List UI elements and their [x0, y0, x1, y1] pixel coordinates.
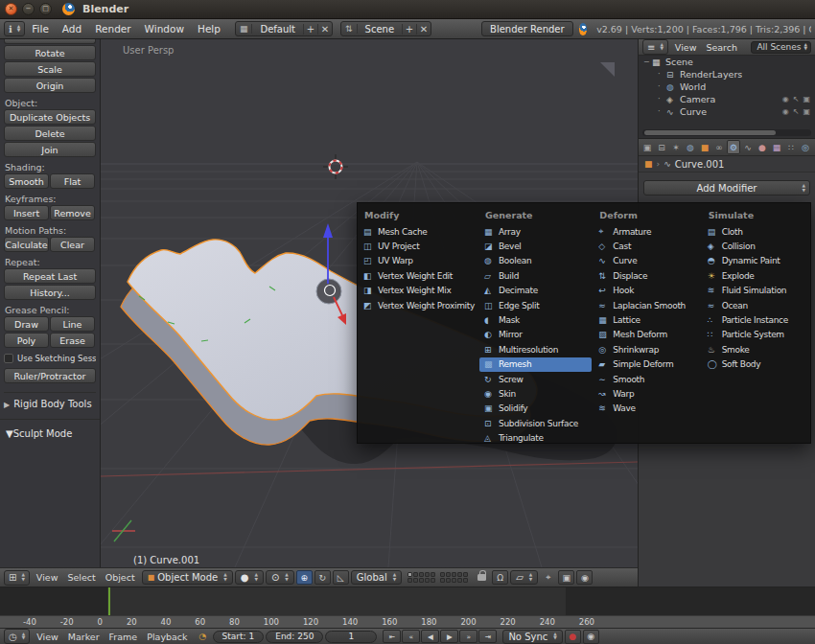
layer-toggle[interactable] — [425, 572, 430, 577]
delete-scene-button[interactable]: ✕ — [416, 24, 431, 34]
timeline-menu[interactable]: Marker — [63, 632, 105, 642]
modifier-option[interactable]: ☀ Explode — [703, 268, 809, 283]
transform-orientation-selector[interactable]: Global — [351, 570, 402, 585]
disclosure-icon[interactable]: · — [658, 107, 666, 116]
outliner-row[interactable]: · ◍ World ◉ ↖ ▣ — [639, 80, 815, 93]
disclosure-icon[interactable]: · — [658, 95, 666, 104]
modifier-option[interactable]: ▦ Lattice — [594, 312, 700, 327]
modifier-option[interactable]: ◨ Vertex Weight Mix — [359, 284, 477, 298]
view3d-menu[interactable]: Object — [101, 572, 140, 583]
browse-scene-icon[interactable]: ⇅ — [341, 24, 358, 34]
renderable-icon[interactable]: ▣ — [803, 95, 810, 104]
modifier-option[interactable]: ≈ Laplacian Smooth — [594, 298, 700, 312]
pivot-selector[interactable]: ⊙ — [266, 570, 294, 585]
modifier-option[interactable]: ▤ Mesh Cache — [359, 224, 477, 239]
tool-button[interactable]: Scale — [4, 61, 96, 77]
timeline-menu[interactable]: Playback — [142, 632, 192, 642]
frame-end-field[interactable]: End: 250 — [266, 631, 323, 643]
selectable-arrow-icon[interactable]: ↖ — [793, 95, 800, 104]
properties-tab[interactable]: ∿ — [741, 140, 755, 154]
tool-button[interactable]: Poly — [4, 333, 49, 348]
modifier-option[interactable]: ∷ Particle System — [703, 328, 809, 342]
modifier-option[interactable]: ∿ Curve — [594, 254, 700, 268]
outliner-row[interactable]: · ∿ Curve ◉ ↖ ▣ — [639, 105, 815, 118]
tool-button[interactable]: Join — [4, 142, 96, 157]
modifier-option[interactable]: ◩ Vertex Weight Proximity — [359, 298, 477, 312]
scene-name[interactable]: Scene — [358, 24, 403, 34]
snap-target-button[interactable]: ⌖ — [540, 570, 556, 585]
window-close-button[interactable]: ✕ — [5, 3, 17, 15]
modifier-option[interactable]: ⇅ Displace — [594, 268, 700, 283]
menubar-menu[interactable]: File — [25, 23, 56, 34]
layer-toggle[interactable] — [446, 578, 451, 583]
tool-button[interactable]: History... — [4, 285, 96, 300]
visibility-eye-icon[interactable]: ◉ — [782, 95, 789, 104]
modifier-option[interactable]: ◭ Decimate — [479, 284, 592, 298]
disclosure-icon[interactable]: − — [643, 58, 652, 66]
add-modifier-button[interactable]: Add Modifier — [643, 180, 810, 196]
playback-button[interactable]: ◀ — [421, 630, 439, 643]
sketching-sessions-checkbox[interactable] — [4, 354, 13, 363]
modifier-option[interactable]: ▰ Simple Deform — [594, 357, 700, 372]
timeline-menu[interactable]: View — [32, 632, 63, 642]
outliner-row[interactable]: · ◈ Camera ◉ ↖ ▣ — [639, 93, 815, 105]
tool-button[interactable]: Repeat Last — [4, 268, 96, 284]
modifier-option[interactable]: ◪ Bevel — [479, 239, 592, 253]
properties-tab[interactable]: ▦ — [770, 140, 783, 154]
layer-toggle[interactable] — [457, 578, 462, 583]
tool-button[interactable]: Origin — [4, 78, 96, 93]
outliner-menu[interactable]: Search — [701, 42, 742, 53]
datablock-name[interactable]: World — [680, 81, 706, 92]
tool-button[interactable]: Clear — [50, 237, 95, 252]
layer-toggle[interactable] — [457, 572, 462, 577]
modifier-option[interactable]: ◉ Skin — [479, 386, 592, 401]
visibility-eye-icon[interactable]: ◉ — [782, 107, 789, 116]
modifier-option[interactable]: ▣ Solidify — [479, 402, 592, 416]
tool-button[interactable]: Flat — [50, 173, 95, 189]
sketching-sessions-option[interactable]: Use Sketching Sessi — [4, 354, 96, 363]
menubar-menu[interactable]: Add — [56, 23, 88, 34]
modifier-option[interactable]: ⊞ Multiresolution — [479, 342, 592, 356]
record-button[interactable]: ● — [565, 630, 581, 644]
viewport-shading-selector[interactable]: ● — [235, 570, 264, 585]
modifier-option[interactable]: ◰ UV Warp — [359, 254, 477, 268]
modifier-option[interactable]: ◯ Soft Body — [703, 357, 809, 372]
modifier-option[interactable]: ▩ Remesh — [479, 357, 592, 372]
tool-button[interactable]: Rotate — [4, 45, 96, 60]
datablock-name[interactable]: RenderLayers — [680, 69, 742, 80]
menubar-menu[interactable]: Window — [138, 23, 191, 34]
rigid-body-tools-panel[interactable]: ▶Rigid Body Tools — [4, 392, 96, 409]
modifier-option[interactable]: ▦ Array — [479, 224, 592, 239]
layer-toggle[interactable] — [431, 572, 435, 577]
render-engine-selector[interactable]: Blender Render — [481, 21, 573, 36]
datablock-name[interactable]: Curve — [680, 106, 707, 117]
modifier-option[interactable]: ≋ Fluid Simulation — [703, 284, 809, 298]
modifier-option[interactable]: ◈ Collision — [703, 239, 809, 253]
layer-toggle[interactable] — [425, 578, 430, 583]
playback-button[interactable]: ⇥ — [478, 630, 497, 643]
lock-icon[interactable] — [477, 574, 486, 581]
sync-mode-selector[interactable]: No Sync — [502, 630, 562, 644]
modifier-option[interactable]: ♨ Smoke — [703, 342, 809, 356]
view3d-editor-selector[interactable]: ⊞ — [4, 570, 30, 586]
modifier-option[interactable]: ◧ Vertex Weight Edit — [359, 268, 477, 283]
tool-button[interactable]: Smooth — [4, 173, 49, 189]
add-scene-button[interactable]: + — [402, 24, 416, 34]
opengl-render-button[interactable]: ▣ — [558, 570, 574, 585]
tool-button[interactable]: Delete — [4, 126, 96, 141]
modifier-option[interactable]: ◍ Boolean — [479, 254, 592, 268]
manipulator-scale-toggle[interactable]: ◺ — [333, 570, 349, 585]
layer-toggle[interactable] — [463, 578, 468, 583]
modifier-option[interactable]: ▨ Mesh Deform — [594, 328, 700, 342]
modifier-option[interactable]: ↩ Hook — [594, 284, 700, 298]
restriction-toggles[interactable]: ◉ ↖ ▣ — [782, 107, 810, 116]
restriction-toggles[interactable]: ◉ ↖ ▣ — [782, 95, 810, 104]
delete-layout-button[interactable]: ✕ — [317, 24, 332, 34]
disclosure-icon[interactable]: · — [658, 70, 666, 79]
properties-tab[interactable]: ▣ — [640, 140, 654, 154]
timeline-editor-selector[interactable]: ◷ — [4, 629, 30, 644]
scrollbar-thumb[interactable] — [644, 130, 776, 135]
properties-tab[interactable]: ∷ — [784, 140, 798, 154]
view3d-menu[interactable]: Select — [62, 572, 100, 583]
properties-tab[interactable]: ⚙ — [727, 140, 740, 154]
